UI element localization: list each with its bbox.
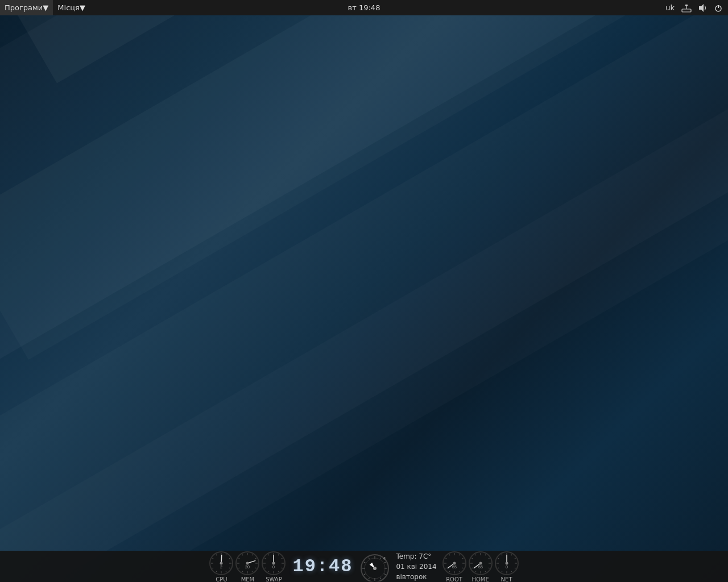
svg-rect-2 — [685, 5, 688, 6]
svg-line-46 — [268, 571, 269, 572]
svg-line-15 — [213, 568, 214, 568]
svg-line-28 — [252, 571, 253, 572]
svg-line-44 — [278, 571, 279, 572]
svg-line-64 — [364, 573, 366, 575]
top-panel: Програми▼ Місця▼ вт 19:48 uk — [0, 0, 728, 15]
svg-line-34 — [242, 554, 243, 555]
svg-point-117 — [505, 562, 508, 565]
svg-line-9 — [229, 558, 230, 559]
svg-line-31 — [239, 568, 240, 568]
svg-line-57 — [380, 557, 382, 559]
day-value: вівторок — [396, 572, 427, 582]
bottom-bar: 2 CPU 20 ME — [0, 551, 728, 582]
home-gauge: 65 HOME — [468, 550, 494, 582]
svg-point-36 — [246, 562, 249, 565]
svg-line-80 — [445, 568, 446, 568]
svg-line-73 — [459, 554, 460, 555]
cpu-gauge: 2 CPU — [208, 550, 234, 582]
svg-line-17 — [213, 558, 214, 559]
svg-line-18 — [216, 554, 217, 555]
svg-line-27 — [255, 568, 257, 568]
svg-line-25 — [255, 558, 257, 559]
svg-text:0: 0 — [506, 565, 508, 569]
home-label: HOME — [471, 576, 489, 582]
power-icon[interactable] — [712, 2, 725, 14]
panel-right: uk — [663, 0, 728, 15]
svg-text:2: 2 — [220, 565, 222, 569]
svg-line-76 — [462, 568, 463, 568]
svg-line-111 — [502, 571, 502, 572]
network-icon[interactable] — [680, 2, 693, 14]
svg-line-41 — [282, 558, 283, 559]
apps-menu[interactable]: Програми▼ — [0, 0, 53, 15]
lang-indicator[interactable]: uk — [663, 0, 677, 15]
svg-text:65: 65 — [452, 565, 457, 569]
svg-line-92 — [488, 568, 489, 568]
svg-point-20 — [220, 562, 223, 565]
net-label: NET — [501, 576, 512, 582]
desktop — [0, 0, 728, 582]
date-value: 01 кві 2014 — [396, 562, 436, 572]
svg-line-99 — [475, 554, 476, 555]
svg-text:20: 20 — [246, 565, 250, 569]
svg-line-74 — [462, 558, 463, 559]
mem-label: MEM — [241, 576, 255, 582]
svg-line-8 — [226, 554, 226, 555]
svg-line-30 — [242, 571, 243, 572]
clock-widget: 19:48 — [287, 558, 358, 576]
svg-line-50 — [268, 554, 269, 555]
mem-gauge: 20 MEM — [234, 550, 260, 582]
svg-line-66 — [364, 562, 366, 563]
svg-text:65: 65 — [478, 565, 483, 569]
panel-datetime: вт 19:48 — [348, 3, 380, 12]
svg-line-58 — [384, 562, 386, 563]
svg-text:0: 0 — [272, 565, 275, 569]
svg-line-109 — [511, 571, 512, 572]
svg-line-95 — [475, 571, 476, 572]
speed-widget: 4 — [358, 552, 391, 581]
svg-line-67 — [369, 557, 370, 559]
temp-value: Temp: 7C° — [396, 551, 431, 562]
svg-line-63 — [369, 577, 370, 579]
svg-line-24 — [252, 554, 253, 555]
svg-line-112 — [498, 568, 499, 568]
root-label: ROOT — [446, 576, 462, 582]
temp-date-widget: Temp: 7C° 01 кві 2014 вівторок — [391, 551, 441, 582]
places-menu[interactable]: Місця▼ — [53, 0, 90, 15]
svg-line-60 — [384, 573, 386, 575]
svg-text:4: 4 — [383, 556, 386, 561]
svg-marker-3 — [699, 4, 704, 12]
swap-label: SWAP — [266, 576, 282, 582]
svg-point-52 — [272, 562, 275, 565]
svg-line-90 — [488, 558, 489, 559]
svg-line-89 — [485, 554, 486, 555]
svg-line-40 — [278, 554, 279, 555]
cpu-label: CPU — [216, 576, 227, 582]
svg-line-14 — [216, 571, 217, 572]
panel-left: Програми▼ Місця▼ — [0, 0, 663, 15]
net-gauge: 0 NET — [494, 550, 520, 582]
svg-rect-0 — [682, 9, 691, 12]
svg-line-33 — [239, 558, 240, 559]
svg-line-93 — [485, 571, 486, 572]
svg-line-47 — [265, 568, 266, 568]
svg-line-83 — [449, 554, 450, 555]
svg-line-98 — [471, 558, 473, 559]
svg-line-106 — [514, 558, 515, 559]
svg-point-101 — [479, 562, 482, 565]
svg-line-61 — [380, 577, 382, 579]
svg-point-69 — [373, 567, 377, 570]
root-gauge: 65 ROOT — [441, 550, 468, 582]
svg-line-105 — [511, 554, 512, 555]
svg-line-79 — [449, 571, 450, 572]
svg-line-96 — [471, 568, 473, 568]
volume-icon[interactable] — [696, 2, 709, 14]
svg-line-11 — [229, 568, 230, 568]
svg-line-114 — [498, 558, 499, 559]
svg-line-82 — [445, 558, 446, 559]
svg-point-85 — [453, 562, 456, 565]
svg-line-43 — [282, 568, 283, 568]
svg-line-108 — [514, 568, 515, 568]
svg-line-77 — [459, 571, 460, 572]
svg-line-49 — [265, 558, 266, 559]
